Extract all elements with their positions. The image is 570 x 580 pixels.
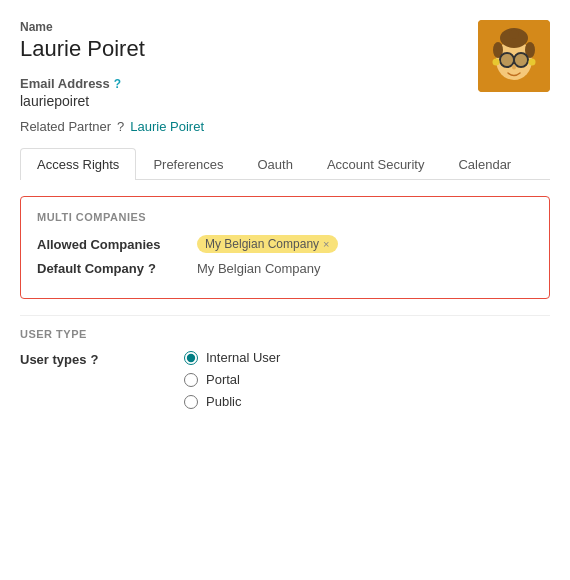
svg-point-5 <box>509 29 519 39</box>
tab-account-security[interactable]: Account Security <box>310 148 442 180</box>
user-types-label: User types ? <box>20 350 180 367</box>
tab-access-rights[interactable]: Access Rights <box>20 148 136 180</box>
svg-point-11 <box>512 65 516 70</box>
radio-public-input[interactable] <box>184 395 198 409</box>
email-value: lauriepoiret <box>20 93 478 109</box>
tab-content-access-rights: MULTI COMPANIES Allowed Companies My Bel… <box>20 196 550 416</box>
svg-point-10 <box>515 54 527 66</box>
multi-companies-title: MULTI COMPANIES <box>37 211 533 223</box>
email-help-icon[interactable]: ? <box>114 77 121 91</box>
divider <box>20 315 550 316</box>
svg-point-13 <box>529 59 536 66</box>
name-value: Laurie Poiret <box>20 36 478 62</box>
radio-portal: Portal <box>184 372 280 387</box>
radio-internal-user-label: Internal User <box>206 350 280 365</box>
allowed-companies-value: My Belgian Company × <box>197 235 338 253</box>
allowed-companies-row: Allowed Companies My Belgian Company × <box>37 235 533 253</box>
tab-oauth[interactable]: Oauth <box>240 148 309 180</box>
tab-preferences[interactable]: Preferences <box>136 148 240 180</box>
svg-point-12 <box>493 59 500 66</box>
related-partner-help-icon[interactable]: ? <box>117 119 124 134</box>
default-company-value: My Belgian Company <box>197 261 321 276</box>
related-partner-link[interactable]: Laurie Poiret <box>130 119 204 134</box>
avatar <box>478 20 550 92</box>
related-partner-row: Related Partner ? Laurie Poiret <box>20 119 478 134</box>
radio-internal-user: Internal User <box>184 350 280 365</box>
user-type-section: USER TYPE User types ? Internal User Por… <box>20 328 550 416</box>
allowed-companies-label: Allowed Companies <box>37 237 197 252</box>
default-company-help-icon[interactable]: ? <box>148 261 156 276</box>
user-type-title: USER TYPE <box>20 328 550 340</box>
radio-portal-input[interactable] <box>184 373 198 387</box>
radio-public-label: Public <box>206 394 241 409</box>
tab-calendar[interactable]: Calendar <box>441 148 528 180</box>
company-badge-label: My Belgian Company <box>205 237 319 251</box>
radio-public: Public <box>184 394 280 409</box>
user-types-help-icon[interactable]: ? <box>90 352 98 367</box>
company-badge[interactable]: My Belgian Company × <box>197 235 338 253</box>
name-label: Name <box>20 20 478 34</box>
related-partner-label: Related Partner <box>20 119 111 134</box>
user-type-options: Internal User Portal Public <box>180 350 280 416</box>
radio-portal-label: Portal <box>206 372 240 387</box>
default-company-row: Default Company ? My Belgian Company <box>37 261 533 276</box>
user-types-row: User types ? Internal User Portal Public <box>20 350 550 416</box>
company-badge-remove[interactable]: × <box>323 238 329 250</box>
email-label: Email Address ? <box>20 76 478 91</box>
radio-internal-user-input[interactable] <box>184 351 198 365</box>
tab-bar: Access Rights Preferences Oauth Account … <box>20 148 550 180</box>
default-company-label: Default Company ? <box>37 261 197 276</box>
svg-point-9 <box>501 54 513 66</box>
multi-companies-section: MULTI COMPANIES Allowed Companies My Bel… <box>20 196 550 299</box>
